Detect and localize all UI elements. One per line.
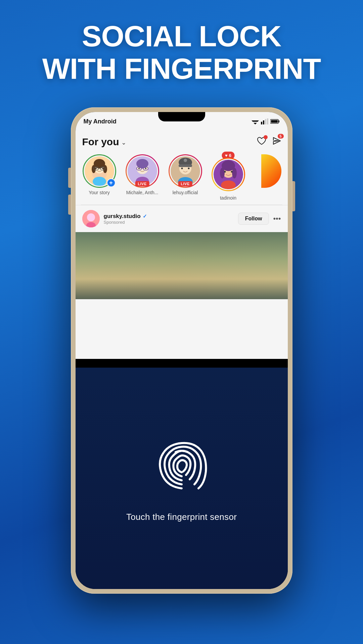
svg-point-45: [231, 171, 232, 173]
svg-marker-2: [254, 123, 257, 124]
add-story-button[interactable]: +: [107, 178, 116, 187]
signal-icon: [261, 118, 268, 124]
story-item-tadinoin[interactable]: ♥ 6: [210, 154, 247, 201]
send-button[interactable]: 5: [272, 137, 281, 147]
sponsored-label: Sponsored: [104, 220, 147, 225]
live-badge: LIVE: [178, 181, 192, 186]
story-label: Michale, Anth...: [126, 190, 158, 195]
hero-line2: WITH FINGERPRINT: [13, 53, 350, 85]
feed-title-section: For you ⌄: [82, 136, 126, 148]
heart-notification-dot: [264, 135, 268, 139]
status-icons: [252, 118, 280, 124]
post-username: gursky.studio ✓: [104, 213, 147, 220]
heart-button[interactable]: [257, 137, 266, 148]
header-actions: 5: [257, 137, 281, 148]
fingerprint-lock-overlay: Touch the fingerprint sensor: [76, 368, 288, 589]
svg-rect-34: [179, 164, 192, 167]
phone-notch: [158, 112, 205, 121]
svg-rect-6: [267, 118, 268, 124]
svg-rect-3: [261, 122, 262, 124]
story-item-michale[interactable]: LIVE Michale, Anth...: [124, 154, 161, 195]
power-button: [292, 181, 295, 211]
story-avatar-wrap: ♥ 6: [212, 154, 245, 188]
story-item-your-story[interactable]: + Your story: [81, 154, 118, 195]
follow-button[interactable]: Follow: [238, 213, 269, 225]
svg-point-36: [181, 168, 183, 169]
svg-point-21: [93, 177, 106, 186]
battery-icon: [270, 119, 280, 124]
post-user: gursky.studio ✓ Sponsored: [82, 210, 147, 227]
stories-row: + Your story: [76, 150, 288, 205]
post-actions: Follow •••: [238, 213, 281, 225]
svg-rect-9: [271, 120, 278, 123]
post-avatar[interactable]: [82, 210, 100, 227]
svg-point-43: [232, 168, 237, 178]
chevron-down-icon[interactable]: ⌄: [121, 139, 126, 146]
send-badge-count: 5: [278, 134, 284, 139]
svg-rect-8: [278, 120, 279, 122]
post-image: [76, 232, 288, 299]
story-label: lehuy.official: [173, 190, 198, 195]
story-avatar: [214, 160, 243, 189]
story-avatar-wrap: [261, 154, 281, 188]
app-content: For you ⌄ 5: [76, 131, 288, 359]
story-label: tadinoin: [220, 195, 236, 201]
heart-count: 6: [229, 153, 231, 158]
post-image-background: [76, 232, 288, 299]
svg-point-42: [220, 168, 225, 178]
phone-screen: My Android: [76, 112, 288, 589]
device-name: My Android: [84, 118, 117, 125]
svg-point-19: [95, 168, 97, 169]
live-badge: LIVE: [135, 181, 149, 186]
svg-point-44: [224, 171, 226, 173]
volume-down-button: [68, 195, 71, 215]
wifi-icon: [252, 118, 259, 124]
story-avatar-wrap: +: [83, 154, 116, 188]
post-header: gursky.studio ✓ Sponsored Follow •••: [76, 205, 288, 232]
post-user-info: gursky.studio ✓ Sponsored: [104, 213, 147, 225]
svg-rect-5: [265, 119, 266, 124]
heart-icon: ♥: [225, 153, 228, 158]
fingerprint-icon: [148, 435, 215, 502]
story-avatar-wrap: LIVE: [126, 154, 159, 188]
svg-point-37: [188, 168, 189, 169]
svg-point-48: [87, 213, 95, 221]
story-item-partial[interactable]: [253, 154, 288, 190]
more-options-icon[interactable]: •••: [273, 214, 281, 223]
fingerprint-prompt-text: Touch the fingerprint sensor: [126, 512, 237, 522]
story-avatar-wrap: LIVE: [169, 154, 202, 188]
svg-point-20: [102, 168, 103, 169]
hero-line1: SOCIAL LOCK: [13, 20, 350, 53]
username-text: gursky.studio: [104, 213, 141, 220]
hero-title: SOCIAL LOCK WITH FINGERPRINT: [0, 20, 363, 85]
volume-up-button: [68, 168, 71, 188]
phone-frame: My Android: [71, 107, 292, 594]
svg-point-35: [184, 159, 187, 162]
post-avatar-inner: [82, 210, 100, 227]
story-label: Your story: [89, 190, 110, 195]
svg-point-28: [138, 168, 140, 169]
svg-rect-4: [263, 120, 264, 124]
story-item-lehuy[interactable]: LIVE lehuy.official: [167, 154, 204, 195]
svg-point-29: [145, 168, 146, 169]
verified-icon: ✓: [143, 213, 147, 219]
app-header: For you ⌄ 5: [76, 131, 288, 150]
feed-title: For you: [82, 136, 119, 148]
